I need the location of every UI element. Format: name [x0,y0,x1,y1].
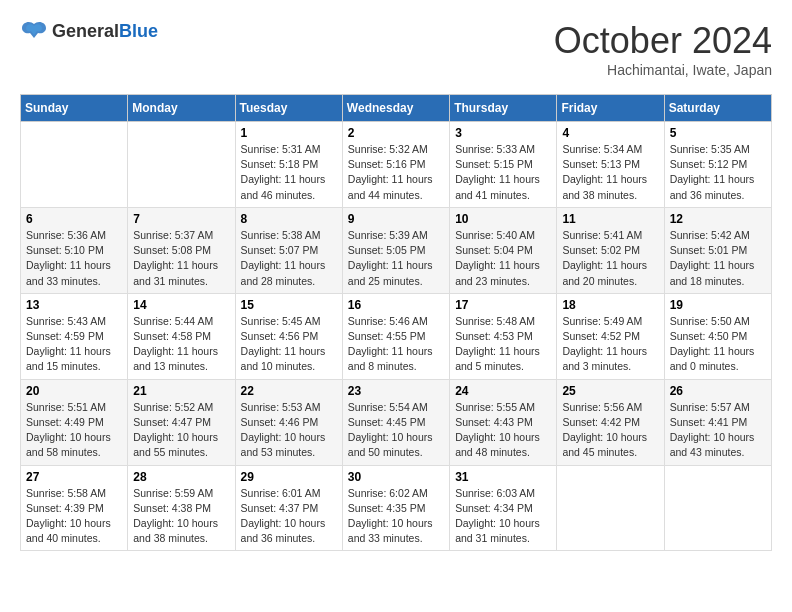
logo-blue: Blue [119,21,158,41]
day-info: Sunrise: 5:55 AMSunset: 4:43 PMDaylight:… [455,400,551,461]
sunset-text: Sunset: 5:16 PM [348,157,444,172]
sunrise-text: Sunrise: 5:58 AM [26,486,122,501]
calendar-week-5: 27Sunrise: 5:58 AMSunset: 4:39 PMDayligh… [21,465,772,551]
sunrise-text: Sunrise: 5:52 AM [133,400,229,415]
day-number: 20 [26,384,122,398]
calendar-week-2: 6Sunrise: 5:36 AMSunset: 5:10 PMDaylight… [21,207,772,293]
day-info: Sunrise: 6:01 AMSunset: 4:37 PMDaylight:… [241,486,337,547]
title-block: October 2024 Hachimantai, Iwate, Japan [554,20,772,78]
day-info: Sunrise: 5:39 AMSunset: 5:05 PMDaylight:… [348,228,444,289]
sunrise-text: Sunrise: 5:39 AM [348,228,444,243]
day-info: Sunrise: 5:37 AMSunset: 5:08 PMDaylight:… [133,228,229,289]
daylight-text: Daylight: 11 hours and 36 minutes. [670,172,766,202]
sunset-text: Sunset: 4:45 PM [348,415,444,430]
calendar-cell: 27Sunrise: 5:58 AMSunset: 4:39 PMDayligh… [21,465,128,551]
day-number: 2 [348,126,444,140]
day-number: 26 [670,384,766,398]
calendar-cell [128,122,235,208]
sunrise-text: Sunrise: 5:49 AM [562,314,658,329]
daylight-text: Daylight: 10 hours and 50 minutes. [348,430,444,460]
day-info: Sunrise: 6:03 AMSunset: 4:34 PMDaylight:… [455,486,551,547]
calendar-cell: 22Sunrise: 5:53 AMSunset: 4:46 PMDayligh… [235,379,342,465]
daylight-text: Daylight: 11 hours and 28 minutes. [241,258,337,288]
daylight-text: Daylight: 11 hours and 20 minutes. [562,258,658,288]
day-number: 21 [133,384,229,398]
day-number: 12 [670,212,766,226]
calendar-cell: 9Sunrise: 5:39 AMSunset: 5:05 PMDaylight… [342,207,449,293]
day-info: Sunrise: 5:38 AMSunset: 5:07 PMDaylight:… [241,228,337,289]
daylight-text: Daylight: 10 hours and 43 minutes. [670,430,766,460]
day-info: Sunrise: 5:33 AMSunset: 5:15 PMDaylight:… [455,142,551,203]
day-info: Sunrise: 5:45 AMSunset: 4:56 PMDaylight:… [241,314,337,375]
daylight-text: Daylight: 11 hours and 3 minutes. [562,344,658,374]
daylight-text: Daylight: 11 hours and 25 minutes. [348,258,444,288]
calendar-cell: 25Sunrise: 5:56 AMSunset: 4:42 PMDayligh… [557,379,664,465]
sunrise-text: Sunrise: 5:41 AM [562,228,658,243]
sunset-text: Sunset: 5:01 PM [670,243,766,258]
sunrise-text: Sunrise: 5:42 AM [670,228,766,243]
sunset-text: Sunset: 4:35 PM [348,501,444,516]
daylight-text: Daylight: 11 hours and 8 minutes. [348,344,444,374]
sunset-text: Sunset: 4:46 PM [241,415,337,430]
logo-text: GeneralBlue [52,21,158,42]
calendar-cell: 8Sunrise: 5:38 AMSunset: 5:07 PMDaylight… [235,207,342,293]
sunset-text: Sunset: 4:58 PM [133,329,229,344]
sunset-text: Sunset: 4:55 PM [348,329,444,344]
sunset-text: Sunset: 4:50 PM [670,329,766,344]
sunrise-text: Sunrise: 5:55 AM [455,400,551,415]
day-number: 10 [455,212,551,226]
sunrise-text: Sunrise: 5:44 AM [133,314,229,329]
weekday-header-thursday: Thursday [450,95,557,122]
daylight-text: Daylight: 11 hours and 44 minutes. [348,172,444,202]
sunset-text: Sunset: 5:12 PM [670,157,766,172]
calendar-cell [557,465,664,551]
sunrise-text: Sunrise: 5:54 AM [348,400,444,415]
sunset-text: Sunset: 5:15 PM [455,157,551,172]
sunset-text: Sunset: 5:18 PM [241,157,337,172]
sunrise-text: Sunrise: 6:03 AM [455,486,551,501]
day-info: Sunrise: 5:44 AMSunset: 4:58 PMDaylight:… [133,314,229,375]
calendar-cell: 28Sunrise: 5:59 AMSunset: 4:38 PMDayligh… [128,465,235,551]
calendar-cell: 21Sunrise: 5:52 AMSunset: 4:47 PMDayligh… [128,379,235,465]
sunrise-text: Sunrise: 5:31 AM [241,142,337,157]
sunset-text: Sunset: 5:02 PM [562,243,658,258]
day-info: Sunrise: 5:56 AMSunset: 4:42 PMDaylight:… [562,400,658,461]
daylight-text: Daylight: 10 hours and 40 minutes. [26,516,122,546]
calendar-cell: 6Sunrise: 5:36 AMSunset: 5:10 PMDaylight… [21,207,128,293]
page-header: GeneralBlue October 2024 Hachimantai, Iw… [20,20,772,78]
sunset-text: Sunset: 4:37 PM [241,501,337,516]
calendar-cell: 20Sunrise: 5:51 AMSunset: 4:49 PMDayligh… [21,379,128,465]
day-info: Sunrise: 5:46 AMSunset: 4:55 PMDaylight:… [348,314,444,375]
calendar-cell: 31Sunrise: 6:03 AMSunset: 4:34 PMDayligh… [450,465,557,551]
calendar-cell: 10Sunrise: 5:40 AMSunset: 5:04 PMDayligh… [450,207,557,293]
day-info: Sunrise: 5:31 AMSunset: 5:18 PMDaylight:… [241,142,337,203]
weekday-header-monday: Monday [128,95,235,122]
day-number: 13 [26,298,122,312]
daylight-text: Daylight: 11 hours and 38 minutes. [562,172,658,202]
sunset-text: Sunset: 4:43 PM [455,415,551,430]
day-info: Sunrise: 5:40 AMSunset: 5:04 PMDaylight:… [455,228,551,289]
daylight-text: Daylight: 10 hours and 33 minutes. [348,516,444,546]
calendar-table: SundayMondayTuesdayWednesdayThursdayFrid… [20,94,772,551]
day-info: Sunrise: 5:36 AMSunset: 5:10 PMDaylight:… [26,228,122,289]
sunset-text: Sunset: 5:10 PM [26,243,122,258]
weekday-header-row: SundayMondayTuesdayWednesdayThursdayFrid… [21,95,772,122]
calendar-cell: 15Sunrise: 5:45 AMSunset: 4:56 PMDayligh… [235,293,342,379]
sunset-text: Sunset: 4:42 PM [562,415,658,430]
sunrise-text: Sunrise: 5:36 AM [26,228,122,243]
logo-general: General [52,21,119,41]
daylight-text: Daylight: 11 hours and 15 minutes. [26,344,122,374]
calendar-cell: 3Sunrise: 5:33 AMSunset: 5:15 PMDaylight… [450,122,557,208]
day-number: 29 [241,470,337,484]
sunrise-text: Sunrise: 5:33 AM [455,142,551,157]
calendar-cell: 18Sunrise: 5:49 AMSunset: 4:52 PMDayligh… [557,293,664,379]
sunset-text: Sunset: 4:34 PM [455,501,551,516]
day-info: Sunrise: 5:51 AMSunset: 4:49 PMDaylight:… [26,400,122,461]
daylight-text: Daylight: 11 hours and 18 minutes. [670,258,766,288]
day-info: Sunrise: 5:49 AMSunset: 4:52 PMDaylight:… [562,314,658,375]
sunrise-text: Sunrise: 6:01 AM [241,486,337,501]
day-number: 28 [133,470,229,484]
calendar-cell: 30Sunrise: 6:02 AMSunset: 4:35 PMDayligh… [342,465,449,551]
daylight-text: Daylight: 10 hours and 55 minutes. [133,430,229,460]
daylight-text: Daylight: 10 hours and 48 minutes. [455,430,551,460]
